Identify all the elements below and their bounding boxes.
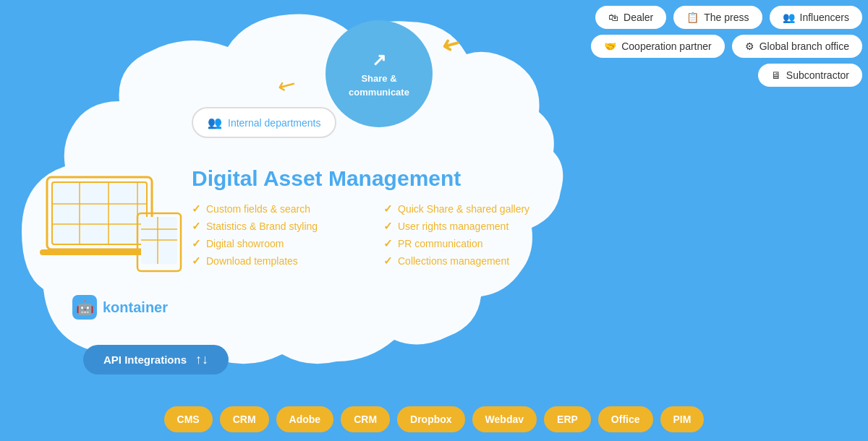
- share-icon: ↗: [372, 50, 386, 70]
- feature-label-7: PR communication: [398, 238, 483, 249]
- cooperation-label: Cooperation partner: [621, 40, 712, 52]
- check-icon-5: ✓: [383, 202, 393, 215]
- press-icon: 📋: [686, 12, 699, 23]
- influencers-icon: 👥: [783, 12, 795, 23]
- feature-label-6: User rights management: [398, 220, 509, 232]
- check-icon-6: ✓: [383, 220, 393, 233]
- subcontractor-pill[interactable]: 🖥 Subcontractor: [758, 64, 862, 87]
- office-pill[interactable]: Office: [598, 406, 653, 432]
- internal-departments-button[interactable]: 👥 Internal departments: [192, 107, 336, 138]
- influencers-pill[interactable]: 👥 Influencers: [770, 6, 862, 29]
- share-communicate-text2: communicate: [349, 87, 409, 98]
- features-grid: ✓ Custom fields & search ✓ Quick Share &…: [192, 202, 561, 267]
- cooperation-icon: 🤝: [604, 40, 616, 52]
- cms-pill[interactable]: CMS: [164, 406, 213, 432]
- cooperation-partner-pill[interactable]: 🤝 Cooperation partner: [591, 35, 725, 58]
- api-integrations-label: API Integrations: [103, 354, 187, 366]
- dam-title: Digital Asset Management: [192, 166, 461, 191]
- feature-label-4: Download templates: [206, 255, 298, 267]
- subcontractor-icon: 🖥: [771, 69, 781, 81]
- feature-item-4: ✓ Download templates: [192, 254, 369, 267]
- people-icon: 👥: [208, 116, 222, 129]
- influencers-label: Influencers: [800, 12, 849, 23]
- global-branch-pill[interactable]: ⚙ Global branch office: [732, 35, 862, 58]
- check-icon-3: ✓: [192, 237, 201, 250]
- feature-label-1: Custom fields & search: [206, 203, 310, 215]
- device-illustration: [36, 170, 188, 289]
- feature-label-5: Quick Share & shared gallery: [398, 203, 529, 215]
- kontainer-robot-icon: 🤖: [72, 295, 97, 320]
- dealer-icon: 🛍: [608, 12, 618, 23]
- kontainer-logo: 🤖 kontainer: [72, 295, 168, 320]
- global-branch-label: Global branch office: [760, 40, 849, 52]
- share-communicate-bubble: ↗ Share & communicate: [326, 20, 433, 127]
- internal-dept-label: Internal departments: [228, 117, 320, 129]
- adobe-pill[interactable]: Adobe: [276, 406, 334, 432]
- check-icon-8: ✓: [383, 254, 393, 267]
- feature-item-3: ✓ Digital showroom: [192, 237, 369, 250]
- erp-pill[interactable]: ERP: [544, 406, 591, 432]
- pills-row-3: 🖥 Subcontractor: [758, 64, 862, 87]
- pills-row-2: 🤝 Cooperation partner ⚙ Global branch of…: [591, 35, 862, 58]
- feature-label-8: Collections management: [398, 255, 509, 267]
- subcontractor-label: Subcontractor: [786, 69, 849, 81]
- global-branch-icon: ⚙: [745, 40, 754, 52]
- feature-item-8: ✓ Collections management: [383, 254, 561, 267]
- svg-rect-1: [52, 182, 147, 244]
- pills-row-1: 🛍 Dealer 📋 The press 👥 Influencers: [595, 6, 862, 29]
- dealer-pill[interactable]: 🛍 Dealer: [595, 6, 666, 29]
- dropbox-pill[interactable]: Dropbox: [397, 406, 465, 432]
- api-arrows-icon: ↑↓: [195, 352, 208, 367]
- crm-pill-1[interactable]: CRM: [220, 406, 269, 432]
- share-communicate-text: Share &: [361, 73, 396, 84]
- check-icon-4: ✓: [192, 254, 201, 267]
- integration-pills-row: CMS CRM Adobe CRM Dropbox Webdav ERP Off…: [0, 406, 868, 432]
- kontainer-brand-name: kontainer: [103, 299, 168, 316]
- feature-item-6: ✓ User rights management: [383, 220, 561, 233]
- dealer-label: Dealer: [624, 12, 653, 23]
- pills-container: 🛍 Dealer 📋 The press 👥 Influencers 🤝 Coo…: [591, 6, 862, 87]
- press-label: The press: [704, 12, 749, 23]
- feature-item-7: ✓ PR communication: [383, 237, 561, 250]
- webdav-pill[interactable]: Webdav: [472, 406, 537, 432]
- press-pill[interactable]: 📋 The press: [673, 6, 762, 29]
- feature-item-2: ✓ Statistics & Brand styling: [192, 220, 369, 233]
- feature-item-5: ✓ Quick Share & shared gallery: [383, 202, 561, 215]
- feature-label-2: Statistics & Brand styling: [206, 220, 318, 232]
- crm-pill-2[interactable]: CRM: [341, 406, 390, 432]
- feature-item-1: ✓ Custom fields & search: [192, 202, 369, 215]
- check-icon-2: ✓: [192, 220, 201, 233]
- check-icon-7: ✓: [383, 237, 393, 250]
- feature-label-3: Digital showroom: [206, 238, 284, 249]
- check-icon-1: ✓: [192, 202, 201, 215]
- api-integrations-bar: API Integrations ↑↓: [83, 345, 229, 374]
- pim-pill[interactable]: PIM: [660, 406, 705, 432]
